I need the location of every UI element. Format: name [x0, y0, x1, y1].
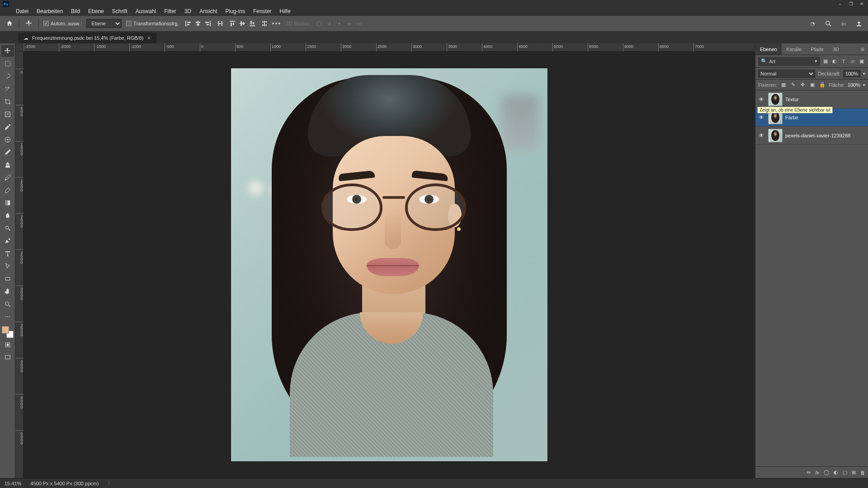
- opacity-value[interactable]: 100%: [843, 70, 860, 77]
- menu-filter[interactable]: Filter: [161, 8, 179, 14]
- rectangle-tool[interactable]: [1, 273, 14, 285]
- layer-name[interactable]: pexels-daniel-xavier-1239288: [785, 133, 850, 138]
- healing-brush-tool[interactable]: [1, 134, 14, 145]
- filter-adjust-icon[interactable]: ◐: [831, 58, 838, 65]
- lasso-tool[interactable]: [1, 70, 14, 82]
- filter-shape-icon[interactable]: ▱: [849, 58, 856, 65]
- search-icon[interactable]: [824, 19, 833, 28]
- layer-mask-icon[interactable]: ◯: [824, 469, 829, 475]
- filter-pixel-icon[interactable]: ▦: [822, 58, 829, 65]
- cloud-docs-icon[interactable]: ◔: [808, 19, 817, 28]
- menu-bild[interactable]: Bild: [68, 8, 83, 14]
- align-top-icon[interactable]: [228, 19, 237, 28]
- blend-mode-select[interactable]: Normal: [758, 70, 815, 78]
- filter-smart-icon[interactable]: ▣: [858, 58, 865, 65]
- move-tool[interactable]: [1, 45, 14, 57]
- layer-style-icon[interactable]: fx: [815, 470, 819, 475]
- layer-name[interactable]: Textur: [785, 97, 799, 102]
- layer-select[interactable]: Ebene: [86, 19, 122, 28]
- layer-row[interactable]: 👁 Textur Zeigt an, ob eine Ebene sichtba…: [755, 90, 868, 108]
- menu-ansicht[interactable]: Ansicht: [196, 8, 220, 14]
- history-brush-tool[interactable]: [1, 172, 14, 183]
- pen-tool[interactable]: [1, 235, 14, 247]
- color-swatches[interactable]: [2, 326, 14, 338]
- document-tab[interactable]: ☁ Frequenztrennung.psdc bei 15,4% (Farbe…: [18, 33, 156, 43]
- auto-select-checkbox[interactable]: ✓ Autom. ausw.:: [43, 21, 82, 26]
- layer-row[interactable]: 👁 pexels-daniel-xavier-1239288: [755, 127, 868, 145]
- frame-tool[interactable]: [1, 108, 14, 120]
- tab-kanaele[interactable]: Kanäle: [782, 43, 806, 55]
- menu-auswahl[interactable]: Auswahl: [132, 8, 159, 14]
- layer-filter-select[interactable]: 🔍 Art ▾: [758, 57, 820, 66]
- delete-layer-icon[interactable]: 🗑: [860, 470, 865, 475]
- hand-tool[interactable]: [1, 286, 14, 297]
- visibility-toggle-icon[interactable]: 👁: [757, 132, 765, 139]
- brush-tool[interactable]: [1, 146, 14, 158]
- more-tools-icon[interactable]: ⋯: [1, 311, 14, 323]
- panel-menu-icon[interactable]: ≡: [857, 43, 868, 55]
- layer-thumbnail[interactable]: [768, 93, 783, 106]
- maximize-button[interactable]: ❐: [847, 0, 854, 7]
- quick-mask-icon[interactable]: [1, 339, 14, 351]
- document-image[interactable]: [231, 68, 547, 461]
- home-icon[interactable]: [5, 19, 14, 28]
- dodge-tool[interactable]: [1, 222, 14, 234]
- tab-pfade[interactable]: Pfade: [806, 43, 828, 55]
- close-button[interactable]: ✕: [858, 0, 865, 7]
- align-bottom-icon[interactable]: [248, 19, 257, 28]
- path-selection-tool[interactable]: [1, 260, 14, 272]
- lock-position-icon[interactable]: ✎: [790, 81, 797, 89]
- blur-tool[interactable]: [1, 210, 14, 221]
- visibility-toggle-icon[interactable]: 👁: [757, 96, 765, 103]
- eraser-tool[interactable]: [1, 184, 14, 196]
- move-tool-icon[interactable]: [24, 19, 34, 28]
- status-more-icon[interactable]: 〉: [108, 480, 113, 487]
- tab-3d[interactable]: 3D: [828, 43, 844, 55]
- align-middle-icon[interactable]: [238, 19, 247, 28]
- menu-hilfe[interactable]: Hilfe: [277, 8, 294, 14]
- menu-bearbeiten[interactable]: Bearbeiten: [33, 8, 66, 14]
- workspace-icon[interactable]: ▭: [839, 19, 848, 28]
- close-tab-icon[interactable]: ✕: [147, 35, 151, 41]
- layer-name[interactable]: Farbe: [785, 115, 798, 120]
- menu-plugins[interactable]: Plug-ins: [222, 8, 248, 14]
- new-layer-icon[interactable]: ⊞: [852, 469, 856, 475]
- gradient-tool[interactable]: [1, 197, 14, 209]
- lock-pixels-icon[interactable]: ▦: [780, 81, 787, 89]
- magic-wand-tool[interactable]: [1, 83, 14, 95]
- zoom-level[interactable]: 15.41%: [5, 481, 21, 486]
- lock-artboard-icon[interactable]: ▣: [809, 81, 816, 89]
- distribute-v-icon[interactable]: [261, 20, 268, 27]
- align-left-icon[interactable]: [184, 19, 193, 28]
- transform-controls-checkbox[interactable]: Transformationsstrg.: [126, 21, 179, 26]
- canvas[interactable]: [24, 52, 755, 478]
- align-center-h-icon[interactable]: [193, 19, 203, 28]
- tab-ebenen[interactable]: Ebenen: [755, 43, 782, 55]
- menu-schrift[interactable]: Schrift: [109, 8, 131, 14]
- document-info[interactable]: 4500 Px x 5400 Px (300 ppcm): [30, 481, 99, 486]
- foreground-color-swatch[interactable]: [2, 326, 9, 333]
- crop-tool[interactable]: [1, 96, 14, 108]
- minimize-button[interactable]: –: [836, 0, 844, 7]
- align-right-icon[interactable]: [203, 19, 212, 28]
- ruler-vertical[interactable]: 0500100015002000250030003500400045005000: [15, 52, 24, 478]
- menu-datei[interactable]: Datei: [13, 8, 32, 14]
- link-layers-icon[interactable]: ⇔: [807, 469, 811, 475]
- lock-all-icon[interactable]: 🔒: [819, 81, 826, 89]
- eyedropper-tool[interactable]: [1, 121, 14, 133]
- zoom-tool[interactable]: [1, 298, 14, 310]
- screen-mode-icon[interactable]: [1, 352, 14, 363]
- distribute-h-icon[interactable]: [217, 20, 223, 27]
- menu-fenster[interactable]: Fenster: [250, 8, 275, 14]
- group-layers-icon[interactable]: ▢: [843, 469, 847, 475]
- marquee-tool[interactable]: [1, 58, 14, 70]
- ruler-horizontal[interactable]: -2500-2000-1500-1000-5000500100015002000…: [24, 43, 755, 52]
- menu-3d[interactable]: 3D: [181, 8, 194, 14]
- adjustment-layer-icon[interactable]: ◐: [834, 469, 838, 475]
- lock-move-icon[interactable]: ✥: [799, 81, 807, 89]
- share-icon[interactable]: [854, 19, 863, 28]
- layer-thumbnail[interactable]: [768, 129, 783, 142]
- visibility-toggle-icon[interactable]: 👁: [757, 114, 765, 121]
- menu-ebene[interactable]: Ebene: [85, 8, 107, 14]
- more-options-icon[interactable]: •••: [272, 20, 282, 27]
